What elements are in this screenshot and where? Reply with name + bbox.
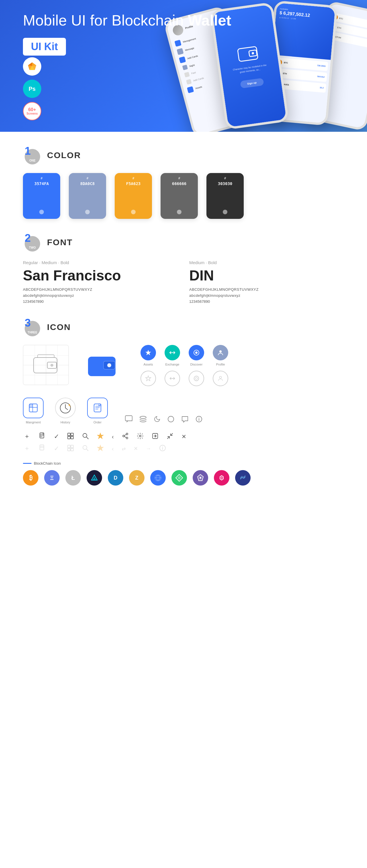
resize-icon xyxy=(167,433,173,441)
x-dim: ✕ xyxy=(134,445,138,452)
share-icon xyxy=(122,433,129,441)
svg-line-57 xyxy=(167,437,169,439)
svg-rect-60 xyxy=(68,445,70,448)
font-san-francisco: Regular · Medium · Bold San Francisco AB… xyxy=(23,260,178,304)
svg-point-19 xyxy=(219,350,222,353)
color-swatch-gray: # 666666 xyxy=(161,173,198,219)
augur-icon xyxy=(171,470,187,486)
svg-rect-47 xyxy=(71,436,74,439)
color-swatch-grayblue: # 8DA0C8 xyxy=(69,173,106,219)
svg-line-49 xyxy=(86,437,88,439)
misc-icons-row-1 xyxy=(125,415,202,424)
color-swatches-container: # 3574FA # 8DA0C8 # F5A623 # 666666 # 30… xyxy=(23,173,344,219)
nav-icons-row-filled: Assets Exchange xyxy=(140,345,228,366)
close-icon: ✕ xyxy=(181,433,186,440)
verge-icon xyxy=(193,470,208,486)
icon-crypto-icon xyxy=(87,470,102,486)
svg-rect-24 xyxy=(29,404,33,407)
svg-point-51 xyxy=(123,435,124,437)
svg-point-22 xyxy=(219,376,221,378)
management-icon xyxy=(23,398,44,418)
svg-point-50 xyxy=(126,433,128,435)
ps-badge: Ps xyxy=(23,80,41,98)
exchange-icon xyxy=(165,345,180,361)
color-swatch-orange: # F5A623 xyxy=(115,173,152,219)
svg-rect-44 xyxy=(68,433,70,436)
section-number-1: 1 ONE xyxy=(23,146,41,164)
wallet-icon-colored xyxy=(83,345,120,385)
font-din: Medium · Bold DIN ABCDEFGHIJKLMNOPQRSTUV… xyxy=(189,260,344,304)
assets-icon-outline xyxy=(140,371,156,386)
color-section-header: 1 ONE COLOR xyxy=(23,146,344,164)
moon-icon xyxy=(154,416,161,424)
check-icon-dim: ✓ xyxy=(54,445,59,452)
svg-point-68 xyxy=(162,446,163,447)
litecoin-icon: Ł xyxy=(65,470,81,486)
matic-icon xyxy=(214,470,229,486)
zcash-icon: Z xyxy=(129,470,144,486)
profile-icon-outline xyxy=(213,371,228,386)
arrows-dim: ⇄ xyxy=(122,446,125,452)
star-icon-yellow xyxy=(97,433,104,441)
layers-icon xyxy=(139,416,147,424)
ui-kit-badge: UI Kit xyxy=(23,38,66,56)
ethereum-icon: Ξ xyxy=(44,470,60,486)
document-icon xyxy=(39,433,46,441)
nano-icon xyxy=(235,470,251,486)
sketch-badge xyxy=(23,57,41,75)
blockchain-icon-label: BlockChain Icon xyxy=(23,461,344,466)
hero-section: Mobile UI for Blockchain Wallet UI Kit P… xyxy=(0,0,367,132)
dash-icon: D xyxy=(108,470,123,486)
section-number-2: 2 TWO xyxy=(23,233,41,251)
svg-point-52 xyxy=(126,437,128,439)
svg-line-29 xyxy=(65,408,68,410)
wallet-wireframe-outer xyxy=(23,345,69,385)
order-icon xyxy=(87,398,108,418)
chevron-left-icon: ‹ xyxy=(112,433,114,440)
assets-icon-item: Assets xyxy=(140,345,156,366)
svg-point-30 xyxy=(69,404,70,406)
svg-point-38 xyxy=(140,416,146,418)
plus-icon-dim: + xyxy=(23,445,31,452)
star-icon-dim xyxy=(97,444,104,453)
svg-rect-63 xyxy=(71,448,74,451)
svg-marker-3 xyxy=(32,62,36,66)
svg-point-18 xyxy=(195,351,198,354)
plus-icon: + xyxy=(23,433,31,440)
exchange-icon-item: Exchange xyxy=(165,345,180,366)
discover-icon xyxy=(189,345,204,361)
circle-icon xyxy=(167,416,174,424)
svg-point-21 xyxy=(195,377,197,379)
export-icon xyxy=(152,433,159,441)
section-number-3: 3 THREE xyxy=(23,318,41,336)
svg-line-58 xyxy=(171,433,173,435)
svg-rect-61 xyxy=(71,445,74,448)
assets-icon xyxy=(140,345,156,361)
svg-rect-7 xyxy=(237,46,258,62)
misc-icons-group xyxy=(125,415,202,424)
grid-icon xyxy=(67,433,74,441)
grid-icon-dim xyxy=(67,444,74,453)
icon-display-row: Assets Exchange xyxy=(23,345,344,386)
screens-badge: 60+ Screens xyxy=(23,102,41,120)
app-icons-row: Mangment History xyxy=(23,398,344,424)
svg-point-42 xyxy=(199,417,199,418)
main-content: 1 ONE COLOR # 3574FA # 8DA0C8 # F5A623 #… xyxy=(0,146,367,486)
font-grid: Regular · Medium · Bold San Francisco AB… xyxy=(23,260,344,304)
svg-point-39 xyxy=(168,416,174,422)
check-icon: ✓ xyxy=(54,433,59,440)
svg-rect-62 xyxy=(68,448,70,451)
chevron-left-dim: ‹ xyxy=(112,445,114,452)
search-icon-dim xyxy=(82,444,89,453)
svg-line-54 xyxy=(124,435,126,436)
svg-point-55 xyxy=(139,435,141,437)
grid-coin-icon xyxy=(150,470,166,486)
bitcoin-icon: ₿ xyxy=(23,470,38,486)
history-icon xyxy=(55,398,76,418)
svg-rect-45 xyxy=(71,433,74,436)
order-icon-item: Order xyxy=(87,398,108,424)
svg-point-20 xyxy=(194,376,199,381)
svg-rect-37 xyxy=(125,416,132,421)
search-icon xyxy=(82,433,89,441)
chat-icon xyxy=(125,415,133,424)
